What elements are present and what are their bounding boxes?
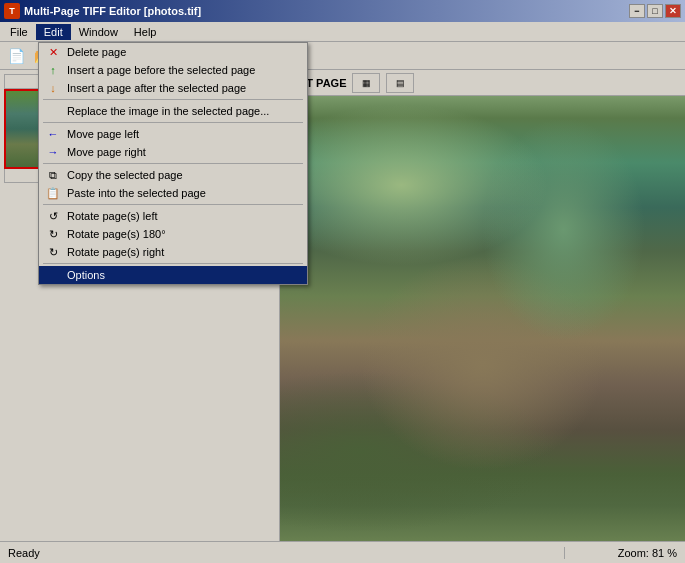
status-bar: Ready Zoom: 81 % — [0, 541, 685, 563]
menu-item-icon-insert-after: ↓ — [45, 80, 61, 96]
menu-item-icon-move-left: ← — [45, 126, 61, 142]
menu-item-icon-rotate-right: ↻ — [45, 244, 61, 260]
menu-item-label-paste-page: Paste into the selected page — [67, 187, 206, 199]
close-button[interactable]: ✕ — [665, 4, 681, 18]
menu-item-rotate-left[interactable]: ↺Rotate page(s) left — [39, 207, 307, 225]
menu-item-label-options: Options — [67, 269, 105, 281]
toolbar-new[interactable]: 📄 — [4, 45, 28, 67]
menu-item-move-right[interactable]: →Move page right — [39, 143, 307, 161]
menu-window[interactable]: Window — [71, 24, 126, 40]
menu-item-label-insert-after: Insert a page after the selected page — [67, 82, 246, 94]
menu-bar: File Edit Window Help — [0, 22, 685, 42]
menu-item-label-rotate-right: Rotate page(s) right — [67, 246, 164, 258]
menu-item-label-insert-before: Insert a page before the selected page — [67, 64, 255, 76]
menu-item-icon-move-right: → — [45, 144, 61, 160]
maximize-button[interactable]: □ — [647, 4, 663, 18]
menu-item-label-rotate-180: Rotate page(s) 180° — [67, 228, 166, 240]
menu-item-icon-options — [45, 267, 61, 283]
menu-item-label-copy-page: Copy the selected page — [67, 169, 183, 181]
title-bar: T Multi-Page TIFF Editor [photos.tif] − … — [0, 0, 685, 22]
window-controls: − □ ✕ — [629, 4, 681, 18]
menu-item-delete-page[interactable]: ✕Delete page — [39, 43, 307, 61]
menu-separator — [43, 99, 303, 100]
main-image-view — [280, 96, 685, 541]
menu-item-label-move-right: Move page right — [67, 146, 146, 158]
zoom-level: Zoom: 81 % — [565, 547, 685, 559]
image-panel: EDIT PAGE ▦ ▤ — [280, 70, 685, 541]
menu-item-label-replace-image: Replace the image in the selected page..… — [67, 105, 269, 117]
menu-item-label-delete-page: Delete page — [67, 46, 126, 58]
menu-help[interactable]: Help — [126, 24, 165, 40]
menu-edit[interactable]: Edit — [36, 24, 71, 40]
menu-file[interactable]: File — [2, 24, 36, 40]
menu-separator — [43, 122, 303, 123]
menu-item-copy-page[interactable]: ⧉Copy the selected page — [39, 166, 307, 184]
window-title: Multi-Page TIFF Editor [photos.tif] — [24, 5, 629, 17]
menu-item-label-rotate-left: Rotate page(s) left — [67, 210, 158, 222]
menu-item-rotate-right[interactable]: ↻Rotate page(s) right — [39, 243, 307, 261]
menu-item-icon-rotate-left: ↺ — [45, 208, 61, 224]
edit-dropdown-menu: ✕Delete page↑Insert a page before the se… — [38, 42, 308, 285]
edit-page-btn-1[interactable]: ▦ — [352, 73, 380, 93]
menu-separator — [43, 163, 303, 164]
menu-item-rotate-180[interactable]: ↻Rotate page(s) 180° — [39, 225, 307, 243]
menu-item-icon-insert-before: ↑ — [45, 62, 61, 78]
menu-item-move-left[interactable]: ←Move page left — [39, 125, 307, 143]
menu-separator — [43, 263, 303, 264]
edit-page-btn-2[interactable]: ▤ — [386, 73, 414, 93]
menu-item-replace-image[interactable]: Replace the image in the selected page..… — [39, 102, 307, 120]
menu-item-options[interactable]: Options — [39, 266, 307, 284]
menu-item-icon-rotate-180: ↻ — [45, 226, 61, 242]
menu-item-icon-copy-page: ⧉ — [45, 167, 61, 183]
menu-item-icon-replace-image — [45, 103, 61, 119]
menu-item-icon-paste-page: 📋 — [45, 185, 61, 201]
edit-page-bar: EDIT PAGE ▦ ▤ — [280, 70, 685, 96]
menu-item-label-move-left: Move page left — [67, 128, 139, 140]
menu-item-icon-delete-page: ✕ — [45, 44, 61, 60]
menu-item-paste-page[interactable]: 📋Paste into the selected page — [39, 184, 307, 202]
app-icon: T — [4, 3, 20, 19]
menu-separator — [43, 204, 303, 205]
menu-item-insert-before[interactable]: ↑Insert a page before the selected page — [39, 61, 307, 79]
status-text: Ready — [0, 547, 565, 559]
menu-item-insert-after[interactable]: ↓Insert a page after the selected page — [39, 79, 307, 97]
minimize-button[interactable]: − — [629, 4, 645, 18]
